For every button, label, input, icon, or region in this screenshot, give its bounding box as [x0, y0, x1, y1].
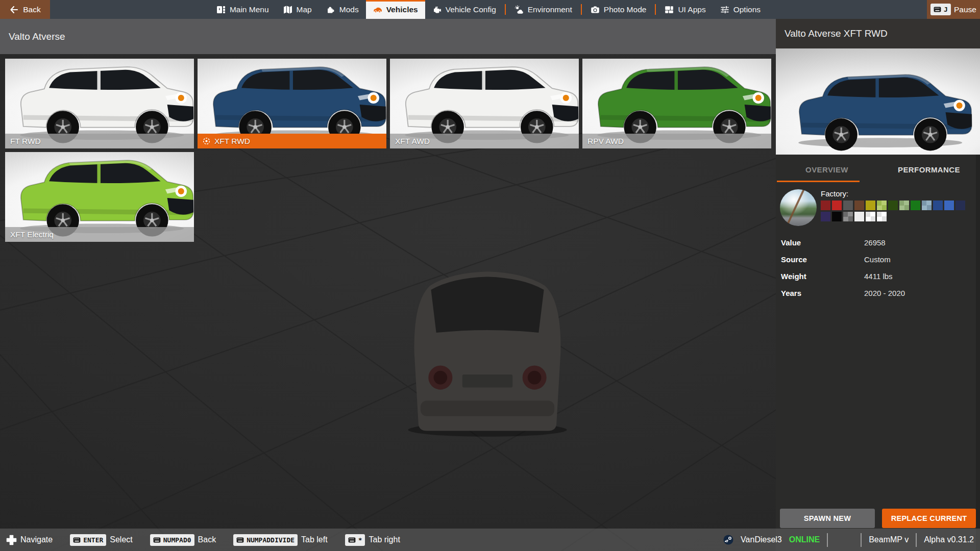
vehicle-config-name: XFT RWD [214, 137, 250, 146]
back-arrow-icon [9, 5, 18, 14]
status-divider [827, 533, 828, 547]
factory-color-swatch[interactable] [877, 201, 887, 210]
topbar-item-label: Main Menu [230, 5, 269, 14]
keyboard-icon [236, 537, 244, 543]
topbar-item-label: Environment [528, 5, 572, 14]
spec-value: 4411 lbs [864, 272, 893, 281]
hint-tab-right: *Tab right [345, 534, 400, 546]
key-badge: NUMPAD0 [150, 534, 194, 546]
factory-color-swatch[interactable] [843, 201, 853, 210]
factory-color-swatch[interactable] [877, 212, 887, 221]
hint-label: Back [198, 535, 216, 544]
key-name: NUMPAD0 [163, 536, 191, 544]
topbar-item-ui-apps[interactable]: UI Apps [657, 0, 713, 19]
vehicle-render [390, 59, 579, 144]
hint-label: Tab left [301, 535, 328, 544]
vehicle-config-name: RPV AWD [587, 137, 624, 146]
tab-performance[interactable]: PERFORMANCE [878, 155, 980, 184]
factory-color-swatch[interactable] [832, 212, 842, 221]
topbar-item-map[interactable]: Map [276, 0, 319, 19]
hint-select: ENTERSelect [70, 534, 133, 546]
vehicle-thumb-label: FT RWD [5, 134, 194, 148]
model-header-title: Valto Atverse [9, 31, 65, 42]
factory-color-swatch[interactable] [866, 212, 875, 221]
vehicle-config-name: XFT AWD [395, 137, 430, 146]
key-badge: NUMPADDIVIDE [233, 534, 298, 546]
keyboard-icon [73, 537, 81, 543]
spec-row-value: Value26958 [776, 234, 980, 251]
main-menu-icon [216, 5, 226, 14]
status-area: VanDiesel3 ONLINE BeamMP v Alpha v0.31.2 [723, 533, 980, 547]
spawn-new-button[interactable]: SPAWN NEW [780, 509, 875, 528]
vehicle-preview-image [776, 48, 980, 155]
replace-current-button[interactable]: REPLACE CURRENT [882, 509, 976, 528]
topbar-item-label: Map [297, 5, 312, 14]
vehicle-thumb-xft-awd[interactable]: XFT AWD [390, 59, 579, 148]
factory-color-swatch[interactable] [944, 201, 954, 210]
topbar-item-environment[interactable]: Environment [507, 0, 579, 19]
spawn-marker-icon [203, 137, 210, 145]
factory-color-swatch[interactable] [911, 201, 920, 210]
factory-color-swatch[interactable] [854, 201, 864, 210]
topbar-item-label: Vehicles [386, 5, 418, 14]
status-divider [861, 533, 862, 547]
spec-row-source: SourceCustom [776, 251, 980, 268]
factory-color-swatch[interactable] [866, 201, 875, 210]
spec-label: Source [781, 255, 864, 264]
player-name: VanDiesel3 [741, 535, 782, 544]
vehicle-render [5, 59, 194, 144]
factory-color-swatch[interactable] [922, 201, 932, 210]
vehicle-thumb-xft-rwd[interactable]: XFT RWD [198, 59, 386, 148]
vehicle-thumb-label: RPV AWD [582, 134, 771, 148]
topbar-item-main-menu[interactable]: Main Menu [209, 0, 276, 19]
hint-label: Select [110, 535, 132, 544]
topbar-separator [581, 4, 582, 15]
map-icon [283, 5, 292, 14]
hint-back: NUMPAD0Back [150, 534, 216, 546]
factory-color-swatch[interactable] [933, 201, 943, 210]
vehicle-config-name: FT RWD [10, 137, 41, 146]
topbar-item-label: Options [733, 5, 761, 14]
factory-color-swatch[interactable] [899, 201, 909, 210]
topbar-item-label: Photo Mode [604, 5, 647, 14]
topbar-item-options[interactable]: Options [713, 0, 768, 19]
keyboard-icon [153, 537, 161, 543]
topbar-item-mods[interactable]: Mods [319, 0, 366, 19]
details-panel: Valto Atverse XFT RWD OVERVIEW PERFORMAN… [776, 19, 980, 551]
back-button[interactable]: Back [0, 0, 50, 19]
hint-label: Navigate [20, 535, 53, 544]
factory-color-swatch[interactable] [832, 201, 842, 210]
topbar-item-vehicles[interactable]: Vehicles [366, 0, 425, 19]
topbar-item-label: Mods [339, 5, 359, 14]
vehicle-render [198, 59, 386, 144]
factory-color-swatch[interactable] [854, 212, 864, 221]
spec-label: Years [781, 289, 864, 297]
vehicle-thumb-rpv-awd[interactable]: RPV AWD [582, 59, 771, 148]
tab-performance-label: PERFORMANCE [898, 165, 960, 174]
steam-icon [723, 535, 733, 545]
topbar-item-label: UI Apps [678, 5, 705, 14]
vehicle-thumb-label: XFT AWD [390, 134, 579, 148]
pause-button[interactable]: J Pause [927, 0, 980, 19]
config-thumbnail-avatar[interactable] [780, 189, 817, 226]
factory-color-swatch[interactable] [821, 212, 830, 221]
factory-color-swatch[interactable] [843, 212, 853, 221]
details-header-title: Valto Atverse XFT RWD [785, 28, 888, 39]
tab-overview[interactable]: OVERVIEW [776, 155, 878, 184]
pause-button-label: Pause [954, 5, 976, 14]
spawned-car-rear [390, 222, 584, 441]
factory-color-swatch[interactable] [888, 201, 898, 210]
topbar-item-vehicle-config[interactable]: Vehicle Config [425, 0, 503, 19]
topbar-item-photo-mode[interactable]: Photo Mode [583, 0, 654, 19]
factory-color-swatch[interactable] [955, 201, 965, 210]
topbar-item-label: Vehicle Config [446, 5, 496, 14]
key-name: ENTER [83, 536, 103, 544]
hint-navigate: Navigate [6, 535, 53, 545]
pause-key-label: J [944, 6, 948, 13]
controller-hints: NavigateENTERSelectNUMPAD0BackNUMPADDIVI… [0, 534, 400, 546]
spec-row-weight: Weight4411 lbs [776, 268, 980, 285]
factory-color-swatch[interactable] [821, 201, 830, 210]
vehicle-thumb-ft-rwd[interactable]: FT RWD [5, 59, 194, 148]
vehicle-thumb-xft-electriq[interactable]: XFT Electriq [5, 152, 194, 242]
vehicle-thumb-label: XFT RWD [198, 134, 386, 148]
